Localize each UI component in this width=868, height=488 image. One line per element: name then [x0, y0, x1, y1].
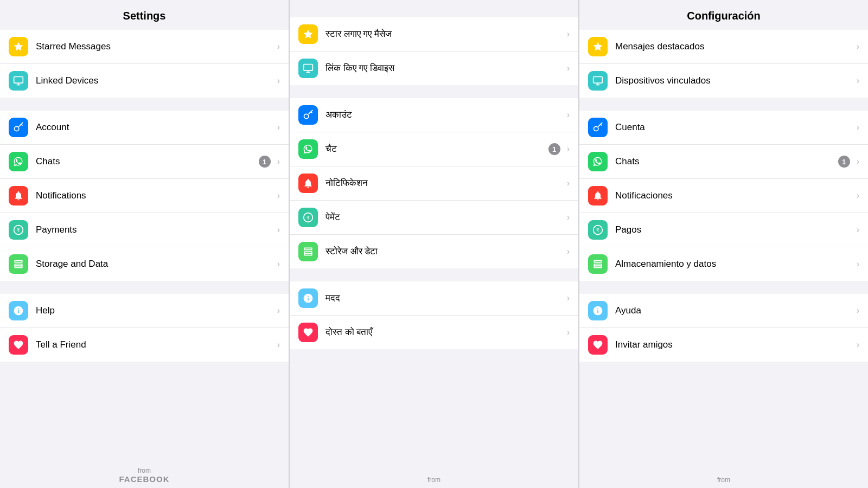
svg-point-17: [304, 114, 309, 118]
svg-line-18: [308, 110, 312, 114]
chevron-right-icon: ›: [567, 293, 570, 303]
section-english-main: Account›Chats1›Notifications›₹Payments›S…: [0, 111, 289, 281]
chevron-right-icon: ›: [857, 157, 859, 166]
key-icon: [298, 105, 318, 125]
chevron-right-icon: ›: [567, 110, 570, 120]
svg-marker-13: [304, 30, 313, 38]
svg-line-32: [601, 124, 602, 126]
svg-line-6: [21, 124, 23, 126]
section-hindi-top: स्टार लगाए गए मैसेज›लिंक किए गए डिवाइस›: [290, 17, 578, 85]
settings-item-english-chats[interactable]: Chats1›: [0, 145, 289, 179]
settings-item-spanish-help[interactable]: Ayuda›: [579, 294, 868, 328]
settings-item-hindi-linked[interactable]: लिंक किए गए डिवाइस›: [290, 52, 578, 85]
settings-item-spanish-storage[interactable]: Almacenamiento y datos›: [579, 247, 868, 281]
section-spanish-main: Cuenta›Chats1›Notificaciones›₹Pagos›Alma…: [579, 111, 868, 281]
settings-item-english-help[interactable]: Help›: [0, 294, 289, 328]
chevron-right-icon: ›: [567, 247, 570, 256]
section-gap-1: [0, 281, 289, 294]
svg-line-20: [310, 112, 311, 113]
item-label-english-payments: Payments: [36, 224, 275, 235]
settings-item-hindi-friend[interactable]: दोस्त को बताएँ›: [290, 316, 578, 349]
settings-item-spanish-linked[interactable]: Dispositivos vinculados›: [579, 64, 868, 98]
item-badge-hindi-chats: 1: [548, 143, 560, 155]
panel-title-english: Settings: [0, 0, 289, 30]
settings-item-spanish-chats[interactable]: Chats1›: [579, 145, 868, 179]
svg-line-7: [20, 125, 21, 126]
settings-item-hindi-chats[interactable]: चैट1›: [290, 132, 578, 166]
chevron-right-icon: ›: [277, 306, 280, 316]
footer-from-spanish: from: [579, 476, 868, 484]
item-label-english-help: Help: [36, 305, 275, 316]
item-label-hindi-linked: लिंक किए गए डिवाइस: [326, 63, 565, 74]
chevron-right-icon: ›: [277, 157, 280, 166]
section-gap-2: [579, 362, 868, 375]
key-icon: [588, 118, 608, 137]
item-badge-english-chats: 1: [259, 156, 271, 168]
item-label-english-chats: Chats: [36, 156, 259, 167]
chevron-right-icon: ›: [567, 144, 570, 154]
svg-point-36: [601, 261, 602, 262]
settings-item-hindi-payments[interactable]: ₹पेमेंट›: [290, 201, 578, 235]
chevron-right-icon: ›: [857, 76, 859, 86]
monitor-icon: [298, 59, 318, 78]
svg-rect-27: [593, 77, 603, 84]
footer-spanish: from: [579, 470, 868, 488]
svg-point-25: [311, 254, 312, 255]
settings-item-hindi-storage[interactable]: स्टोरेज और डेटा›: [290, 235, 578, 268]
settings-item-hindi-notifications[interactable]: नोटिफिकेशन›: [290, 166, 578, 201]
settings-item-hindi-starred[interactable]: स्टार लगाए गए मैसेज›: [290, 17, 578, 52]
footer-english: fromFACEBOOK: [0, 460, 289, 488]
settings-item-spanish-payments[interactable]: ₹Pagos›: [579, 213, 868, 247]
footer-from-hindi: from: [290, 476, 578, 484]
chevron-right-icon: ›: [277, 123, 280, 132]
settings-item-english-friend[interactable]: Tell a Friend›: [0, 328, 289, 362]
settings-item-english-notifications[interactable]: Notifications›: [0, 179, 289, 213]
svg-rect-14: [304, 65, 313, 71]
chevron-right-icon: ›: [857, 123, 859, 132]
settings-item-english-linked[interactable]: Linked Devices›: [0, 64, 289, 98]
settings-item-spanish-account[interactable]: Cuenta›: [579, 111, 868, 145]
section-gap-1: [579, 281, 868, 294]
chevron-right-icon: ›: [277, 225, 280, 235]
whatsapp-icon: [588, 152, 608, 171]
settings-item-spanish-notifications[interactable]: Notificaciones›: [579, 179, 868, 213]
chevron-right-icon: ›: [567, 29, 570, 39]
svg-marker-0: [14, 42, 23, 51]
panel-english: SettingsStarred Messages›Linked Devices›…: [0, 0, 289, 488]
chevron-right-icon: ›: [567, 328, 570, 337]
item-label-english-starred: Starred Messages: [36, 41, 275, 52]
item-label-english-notifications: Notifications: [36, 190, 275, 201]
heart-icon: [9, 335, 28, 355]
chevron-right-icon: ›: [857, 259, 859, 269]
settings-item-english-account[interactable]: Account›: [0, 111, 289, 145]
chevron-right-icon: ›: [567, 178, 570, 188]
chevron-right-icon: ›: [277, 76, 280, 86]
rupee-icon: ₹: [588, 220, 608, 240]
item-label-spanish-payments: Pagos: [615, 224, 854, 235]
chevron-right-icon: ›: [277, 42, 280, 52]
settings-item-english-payments[interactable]: ₹Payments›: [0, 213, 289, 247]
settings-item-spanish-starred[interactable]: Mensajes destacados›: [579, 30, 868, 64]
item-label-hindi-storage: स्टोरेज और डेटा: [326, 246, 565, 257]
section-gap-2: [0, 362, 289, 375]
svg-point-37: [601, 265, 602, 266]
section-hindi-bottom: मदद›दोस्त को बताएँ›: [290, 281, 578, 349]
settings-item-spanish-friend[interactable]: Invitar amigos›: [579, 328, 868, 362]
svg-line-31: [598, 123, 602, 127]
item-label-hindi-notifications: नोटिफिकेशन: [326, 178, 565, 189]
monitor-icon: [9, 71, 28, 91]
settings-item-hindi-help[interactable]: मदद›: [290, 281, 578, 316]
section-english-bottom: Help›Tell a Friend›: [0, 294, 289, 362]
section-spanish-bottom: Ayuda›Invitar amigos›: [579, 294, 868, 362]
svg-marker-26: [593, 42, 603, 51]
chevron-right-icon: ›: [567, 213, 570, 222]
svg-text:₹: ₹: [307, 215, 310, 221]
settings-item-hindi-account[interactable]: अकाउंट›: [290, 98, 578, 132]
item-label-spanish-storage: Almacenamiento y datos: [615, 259, 854, 269]
svg-line-5: [18, 123, 23, 127]
panel-spanish: ConfiguraciónMensajes destacados›Disposi…: [579, 0, 868, 488]
bell-icon: [298, 174, 318, 193]
settings-item-english-storage[interactable]: Storage and Data›: [0, 247, 289, 281]
panel-title-hindi: [290, 0, 578, 17]
settings-item-english-starred[interactable]: Starred Messages›: [0, 30, 289, 64]
